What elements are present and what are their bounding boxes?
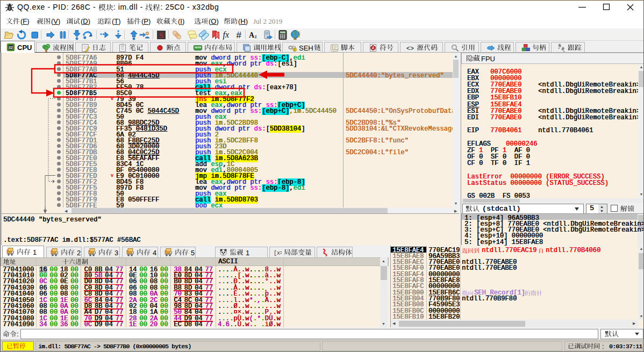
svg-text:[x=]: [x=] <box>274 250 282 256</box>
svg-text:z: z <box>255 33 257 39</box>
svg-text:fx: fx <box>223 30 230 40</box>
svg-text:A: A <box>249 31 255 39</box>
svg-text:#: # <box>237 30 242 40</box>
svg-text:32: 32 <box>9 46 13 49</box>
svg-text:S: S <box>159 32 163 40</box>
svg-text:<>: <> <box>406 45 414 53</box>
